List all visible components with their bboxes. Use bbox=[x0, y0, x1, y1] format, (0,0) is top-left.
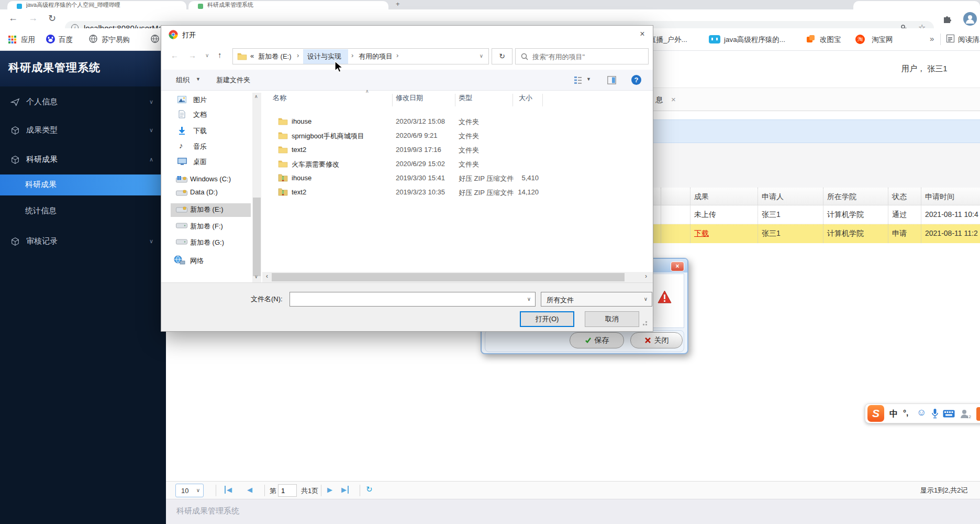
sidebar-item-result-type[interactable]: 成果类型 ∨ bbox=[0, 120, 166, 141]
col-size[interactable]: 大小 bbox=[519, 93, 532, 103]
col-header-applicant[interactable]: 申请人 bbox=[762, 192, 784, 202]
ime-punctuation[interactable]: °, bbox=[903, 408, 908, 417]
sidebar-item-review-records[interactable]: 审核记录 ∨ bbox=[0, 231, 166, 252]
gaitubao-icon[interactable] bbox=[806, 35, 815, 43]
file-row[interactable]: ihouse 2019/3/30 15:41 好压 ZIP 压缩文件 5,410 bbox=[262, 171, 545, 185]
col-header-apply-time[interactable]: 申请时间 bbox=[925, 192, 954, 202]
scroll-down-icon[interactable] bbox=[254, 274, 258, 279]
close-button[interactable]: 关闭 bbox=[630, 332, 683, 348]
divider[interactable] bbox=[513, 94, 513, 106]
dialog-close-icon[interactable]: × bbox=[634, 29, 651, 41]
browser-tab-1[interactable]: java高级程序猿的个人空间_哔哩哔哩 bbox=[7, 1, 186, 9]
sidebar-subitem-statistics[interactable]: 统计信息 bbox=[0, 201, 166, 222]
refresh-button[interactable]: ↻ bbox=[492, 48, 513, 64]
nav-forward-icon[interactable]: → bbox=[188, 51, 196, 60]
bookmark-baidu[interactable]: 百度 bbox=[59, 35, 73, 45]
page-number-input[interactable] bbox=[278, 484, 297, 497]
microphone-icon[interactable] bbox=[931, 408, 939, 419]
file-row[interactable]: sprnigboot手机商城项目 2020/6/9 9:21 文件夹 bbox=[262, 129, 545, 143]
scrollbar-thumb[interactable] bbox=[272, 273, 625, 281]
scrollbar-thumb[interactable] bbox=[253, 198, 261, 276]
bookmark-gaitubao[interactable]: 改图宝 bbox=[820, 35, 841, 45]
new-tab-button[interactable]: + bbox=[396, 0, 400, 8]
reload-icon[interactable]: ↻ bbox=[48, 13, 56, 24]
filename-combobox[interactable] bbox=[289, 292, 536, 307]
nav-drive-g[interactable]: 新加卷 (G:) bbox=[190, 238, 224, 247]
extensions-puzzle-icon[interactable] bbox=[942, 14, 952, 24]
next-page-icon[interactable]: ▶ bbox=[327, 486, 332, 494]
emoji-icon[interactable]: ☺ bbox=[917, 407, 926, 418]
search-box[interactable] bbox=[515, 48, 649, 64]
breadcrumb-item-useful-projects[interactable]: 有用的项目 bbox=[359, 52, 393, 61]
file-row[interactable]: text2 2019/9/3 17:16 文件夹 bbox=[262, 143, 545, 157]
bookmark-apps[interactable]: 应用 bbox=[21, 35, 35, 45]
col-header-college[interactable]: 所在学院 bbox=[827, 192, 856, 202]
download-link[interactable]: 下载 bbox=[694, 229, 709, 238]
file-row[interactable]: 火车票需要修改 2020/6/29 15:02 文件夹 bbox=[262, 157, 545, 171]
breadcrumb-collapse[interactable]: « bbox=[250, 52, 254, 60]
bookmark-suning[interactable]: 苏宁易购 bbox=[102, 35, 130, 45]
nav-network[interactable]: 网络 bbox=[190, 256, 204, 266]
page-size-select[interactable]: 10 bbox=[175, 484, 204, 497]
nav-drive-e[interactable]: 新加卷 (E:) bbox=[190, 205, 224, 214]
reading-list-label[interactable]: 阅读清单 bbox=[958, 35, 980, 45]
breadcrumb[interactable]: « 新加卷 (E:) › 设计与实现 › 有用的项目 › bbox=[232, 48, 489, 64]
page-tab-label-fragment[interactable]: 息 bbox=[655, 95, 663, 105]
prev-page-icon[interactable]: ◀ bbox=[247, 486, 252, 494]
reading-list-icon[interactable] bbox=[946, 35, 954, 42]
file-row[interactable]: text2 2019/3/23 10:35 好压 ZIP 压缩文件 14,120 bbox=[262, 185, 545, 200]
organize-button[interactable]: 组织 bbox=[176, 75, 190, 85]
chevron-down-icon[interactable]: ▼ bbox=[586, 77, 591, 82]
breadcrumb-item-drive[interactable]: 新加卷 (E:) bbox=[258, 52, 292, 61]
horizontal-scrollbar[interactable] bbox=[262, 272, 653, 282]
bookmark-taobao[interactable]: 淘宝网 bbox=[872, 35, 893, 45]
cancel-button[interactable]: 取消 bbox=[585, 311, 639, 327]
taobao-icon[interactable]: 淘 bbox=[855, 35, 865, 44]
sidebar-subitem-research-results-active[interactable]: 科研成果 bbox=[0, 174, 166, 195]
profile-avatar[interactable] bbox=[963, 12, 977, 26]
nav-scrollbar[interactable] bbox=[252, 93, 261, 282]
preview-pane-icon[interactable] bbox=[607, 76, 616, 84]
scroll-right-icon[interactable] bbox=[645, 272, 647, 280]
bilibili-icon[interactable] bbox=[709, 35, 720, 43]
nav-drive-c[interactable]: Windows (C:) bbox=[190, 175, 231, 183]
first-page-icon[interactable]: ◀ bbox=[225, 486, 232, 494]
popup-close-icon[interactable]: × bbox=[671, 261, 684, 271]
ime-more-icon[interactable] bbox=[976, 407, 980, 421]
scroll-left-icon[interactable] bbox=[266, 272, 268, 280]
bookmarks-overflow-chevron[interactable]: » bbox=[930, 34, 934, 43]
tab-close-icon[interactable]: × bbox=[671, 95, 676, 104]
nav-drive-d[interactable]: Data (D:) bbox=[190, 188, 218, 196]
nav-history-chevron-icon[interactable] bbox=[205, 52, 209, 58]
help-icon[interactable]: ? bbox=[631, 75, 641, 85]
apps-grid-icon[interactable] bbox=[8, 36, 16, 43]
sidebar-item-research-results[interactable]: 科研成果 ∧ bbox=[0, 149, 166, 170]
sidebar-item-personal-info[interactable]: 个人信息 ∨ bbox=[0, 92, 166, 113]
forward-icon[interactable]: → bbox=[28, 13, 38, 24]
save-button[interactable]: 保存 bbox=[570, 332, 624, 348]
new-folder-button[interactable]: 新建文件夹 bbox=[216, 75, 250, 85]
user-mode-icon[interactable]: 12 bbox=[960, 408, 971, 420]
filetype-combobox[interactable]: 所有文件 bbox=[541, 292, 652, 307]
divider[interactable] bbox=[392, 94, 393, 106]
nav-drive-f[interactable]: 新加卷 (F:) bbox=[190, 222, 223, 231]
file-row[interactable]: ihouse 2020/3/12 15:08 文件夹 bbox=[262, 115, 545, 129]
resize-grip[interactable] bbox=[643, 324, 644, 325]
scroll-up-icon[interactable] bbox=[254, 94, 258, 99]
col-header-status[interactable]: 状态 bbox=[892, 192, 907, 202]
refresh-icon[interactable]: ↻ bbox=[366, 485, 373, 494]
col-type[interactable]: 类型 bbox=[459, 93, 472, 103]
col-date-modified[interactable]: 修改日期 bbox=[396, 93, 423, 103]
open-button[interactable]: 打开(O) bbox=[520, 311, 574, 327]
chevron-down-icon[interactable] bbox=[527, 296, 531, 302]
breadcrumb-dropdown-icon[interactable] bbox=[480, 53, 483, 59]
nav-pictures[interactable]: 图片 bbox=[193, 95, 207, 105]
baidu-icon[interactable] bbox=[46, 35, 55, 43]
view-list-icon[interactable] bbox=[574, 76, 582, 84]
ime-mode-chinese[interactable]: 中 bbox=[889, 409, 898, 420]
search-input[interactable] bbox=[532, 51, 642, 62]
sogou-logo[interactable]: S bbox=[867, 405, 884, 422]
nav-music[interactable]: 音乐 bbox=[193, 142, 207, 151]
nav-documents[interactable]: 文档 bbox=[193, 110, 207, 119]
back-icon[interactable]: ← bbox=[8, 13, 18, 24]
